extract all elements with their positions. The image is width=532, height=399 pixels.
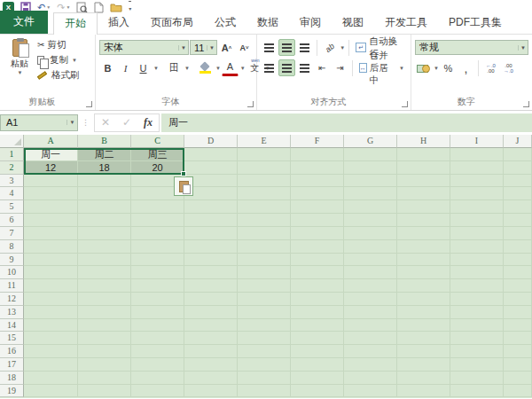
cell-J7[interactable]: [504, 227, 532, 240]
cell-B10[interactable]: [78, 266, 131, 279]
cell-C13[interactable]: [131, 306, 184, 319]
cell-B3[interactable]: [78, 175, 131, 188]
cell-J3[interactable]: [504, 175, 532, 188]
cell-D9[interactable]: [184, 254, 238, 267]
cell-F7[interactable]: [291, 227, 344, 240]
cell-H7[interactable]: [397, 227, 450, 240]
row-header-2[interactable]: 2: [0, 161, 24, 175]
cell-I11[interactable]: [450, 279, 504, 293]
shrink-font-button[interactable]: A˅: [236, 39, 253, 56]
font-color-button[interactable]: A: [222, 59, 239, 76]
grow-font-button[interactable]: A˄: [218, 39, 235, 56]
cell-A3[interactable]: [24, 175, 78, 188]
cell-I13[interactable]: [450, 306, 504, 319]
cell-I5[interactable]: [450, 200, 504, 214]
cell-B17[interactable]: [78, 358, 131, 372]
cell-A16[interactable]: [24, 345, 78, 358]
cell-B14[interactable]: [78, 319, 131, 332]
cell-J18[interactable]: [504, 372, 532, 385]
cell-C1[interactable]: 周三: [131, 148, 184, 161]
comma-style-button[interactable]: ,: [458, 59, 474, 76]
row-header-9[interactable]: 9: [0, 254, 24, 267]
cell-G4[interactable]: [344, 187, 397, 200]
cell-B11[interactable]: [78, 279, 131, 293]
cell-H5[interactable]: [397, 200, 450, 214]
cell-D13[interactable]: [184, 306, 238, 319]
align-right-button[interactable]: [296, 59, 313, 76]
cell-F1[interactable]: [291, 148, 344, 161]
cell-J11[interactable]: [504, 279, 532, 293]
cell-H10[interactable]: [397, 266, 450, 279]
cell-I18[interactable]: [450, 372, 504, 385]
cell-C18[interactable]: [131, 372, 184, 385]
cell-H19[interactable]: [397, 385, 450, 398]
borders-button[interactable]: 田: [166, 59, 183, 76]
cell-I16[interactable]: [450, 345, 504, 358]
cell-A5[interactable]: [24, 200, 78, 214]
cell-F3[interactable]: [291, 175, 344, 188]
cell-D15[interactable]: [184, 332, 238, 345]
font-dialog-launcher[interactable]: [247, 101, 254, 107]
row-header-14[interactable]: 14: [0, 319, 24, 332]
insert-function-button[interactable]: fx: [137, 116, 159, 129]
cell-E4[interactable]: [238, 187, 291, 200]
cell-D17[interactable]: [184, 358, 238, 372]
cell-G8[interactable]: [344, 240, 397, 254]
cell-B1[interactable]: 周二: [78, 148, 131, 161]
cell-G15[interactable]: [344, 332, 397, 345]
select-all-corner[interactable]: [0, 135, 24, 148]
cell-F14[interactable]: [291, 319, 344, 332]
accounting-format-button[interactable]: [415, 59, 432, 76]
cell-D12[interactable]: [184, 293, 238, 306]
cell-B6[interactable]: [78, 214, 131, 227]
cell-A8[interactable]: [24, 240, 78, 254]
cell-J19[interactable]: [504, 385, 532, 398]
cell-D8[interactable]: [184, 240, 238, 254]
tab-review[interactable]: 审阅: [289, 12, 332, 34]
cell-C6[interactable]: [131, 214, 184, 227]
orientation-button[interactable]: ab: [321, 39, 338, 56]
cell-C2[interactable]: 20: [131, 161, 184, 175]
cell-B4[interactable]: [78, 187, 131, 200]
cell-I10[interactable]: [450, 266, 504, 279]
cell-D10[interactable]: [184, 266, 238, 279]
column-header-H[interactable]: H: [397, 135, 450, 148]
cell-H12[interactable]: [397, 293, 450, 306]
cell-H3[interactable]: [397, 175, 450, 188]
cell-B7[interactable]: [78, 227, 131, 240]
cell-F8[interactable]: [291, 240, 344, 254]
cell-J9[interactable]: [504, 254, 532, 267]
customize-qat-button[interactable]: ▾: [129, 1, 131, 13]
cell-F11[interactable]: [291, 279, 344, 293]
fill-color-button[interactable]: [197, 59, 214, 76]
cell-I2[interactable]: [450, 161, 504, 175]
cell-D16[interactable]: [184, 345, 238, 358]
tab-developer[interactable]: 开发工具: [374, 12, 438, 34]
cell-C9[interactable]: [131, 254, 184, 267]
percent-style-button[interactable]: %: [440, 59, 457, 76]
cell-E16[interactable]: [238, 345, 291, 358]
cell-B16[interactable]: [78, 345, 131, 358]
merge-center-button[interactable]: ↔ 合并后居中 ▼: [356, 59, 407, 76]
cell-A19[interactable]: [24, 385, 78, 398]
column-header-E[interactable]: E: [238, 135, 291, 148]
row-header-12[interactable]: 12: [0, 293, 24, 306]
cell-G2[interactable]: [344, 161, 397, 175]
italic-button[interactable]: I: [117, 59, 134, 76]
cell-E18[interactable]: [238, 372, 291, 385]
cell-G11[interactable]: [344, 279, 397, 293]
cell-C19[interactable]: [131, 385, 184, 398]
row-header-5[interactable]: 5: [0, 200, 24, 214]
cell-E8[interactable]: [238, 240, 291, 254]
align-middle-button[interactable]: [278, 39, 295, 56]
print-preview-button[interactable]: [76, 1, 88, 13]
bold-button[interactable]: B: [99, 59, 116, 76]
increase-indent-button[interactable]: ⇥: [332, 59, 348, 76]
font-name-combo[interactable]: 宋体 ▼: [99, 40, 189, 55]
cell-G19[interactable]: [344, 385, 397, 398]
row-header-3[interactable]: 3: [0, 175, 24, 188]
decrease-indent-button[interactable]: ⇤: [314, 59, 331, 76]
cell-C7[interactable]: [131, 227, 184, 240]
tab-insert[interactable]: 插入: [98, 12, 140, 34]
cell-E13[interactable]: [238, 306, 291, 319]
